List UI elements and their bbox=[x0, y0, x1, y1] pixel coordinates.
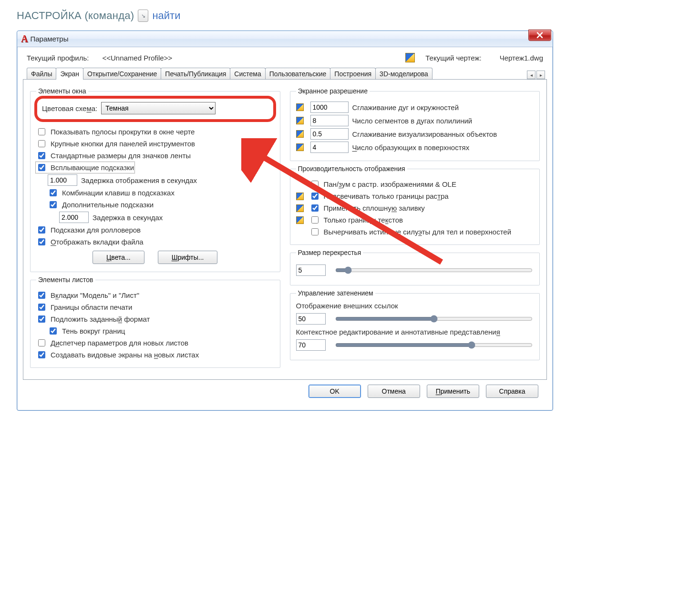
tab-pane-display: Элементы окна Цветовая схема: Темная Пок… bbox=[23, 80, 547, 380]
close-icon bbox=[536, 32, 543, 38]
chk-file-tabs[interactable] bbox=[38, 238, 45, 245]
chk-scrollbars[interactable] bbox=[38, 128, 45, 135]
rendered-smoothness-label: Сглаживание визуализированных объектов bbox=[352, 130, 534, 138]
ok-button[interactable]: OK bbox=[309, 385, 361, 398]
current-drawing-label: Текущий чертеж: bbox=[425, 54, 481, 62]
current-drawing-value: Чертеж1.dwg bbox=[500, 54, 543, 62]
titlebar[interactable]: A Параметры bbox=[17, 31, 553, 47]
chk-large-buttons[interactable] bbox=[38, 140, 45, 147]
arc-smoothness-label: Сглаживание дуг и окружностей bbox=[352, 103, 534, 112]
dwg-icon bbox=[296, 143, 304, 151]
polyline-segments-input[interactable] bbox=[310, 115, 349, 126]
dwg-icon bbox=[296, 103, 304, 111]
dwg-icon bbox=[296, 117, 304, 124]
tab-system[interactable]: Система bbox=[230, 68, 265, 79]
dialog-footer: OK Отмена Применить Справка bbox=[23, 380, 547, 405]
arc-smoothness-input[interactable] bbox=[310, 102, 349, 113]
group-window-elements-legend: Элементы окна bbox=[36, 87, 88, 95]
find-link[interactable]: найти bbox=[152, 10, 180, 22]
tabstrip: Файлы Экран Открытие/Сохранение Печать/П… bbox=[23, 66, 547, 80]
tab-drafting[interactable]: Построения bbox=[330, 68, 376, 79]
tab-scroll-left-icon[interactable]: ◂ bbox=[527, 71, 535, 79]
dwg-icon bbox=[405, 53, 415, 62]
group-display-resolution-legend: Экранное разрешение bbox=[296, 87, 370, 95]
chk-text-boundary[interactable] bbox=[311, 216, 319, 224]
options-dialog: A Параметры Текущий профиль: <<Unnamed P… bbox=[17, 30, 553, 411]
group-fade-legend: Управление затенением bbox=[296, 289, 375, 297]
inplace-fade-label: Контекстное редактирование и аннотативны… bbox=[296, 328, 534, 336]
fonts-button[interactable]: Шрифты... bbox=[158, 251, 218, 264]
help-button[interactable]: Справка bbox=[486, 385, 538, 398]
highlight-annotation: Цветовая схема: Темная bbox=[34, 96, 276, 122]
inplace-fade-input[interactable] bbox=[296, 339, 326, 351]
tab-scroll-right-icon[interactable]: ▸ bbox=[536, 71, 545, 79]
collapse-icon[interactable]: ↘ bbox=[138, 10, 148, 22]
chk-solid-fill[interactable] bbox=[311, 204, 319, 212]
page-title: НАСТРОЙКА (команда) bbox=[17, 10, 134, 22]
crosshair-size-input[interactable] bbox=[296, 264, 326, 276]
chk-panzoom-raster[interactable] bbox=[311, 181, 319, 188]
profile-row: Текущий профиль: <<Unnamed Profile>> Тек… bbox=[23, 51, 547, 66]
inplace-fade-slider[interactable] bbox=[335, 340, 533, 350]
close-button[interactable] bbox=[528, 30, 551, 41]
tab-user[interactable]: Пользовательские bbox=[265, 68, 331, 79]
chk-create-viewports[interactable] bbox=[38, 351, 45, 358]
chk-extended-tooltips[interactable] bbox=[50, 201, 57, 208]
chk-page-setup-mgr[interactable] bbox=[38, 339, 45, 346]
tooltip-delay-label: Задержка отображения в секундах bbox=[81, 176, 197, 184]
surface-contours-input[interactable] bbox=[310, 142, 349, 153]
chk-printable-area[interactable] bbox=[38, 304, 45, 311]
chk-paper-background[interactable] bbox=[38, 315, 45, 323]
group-layout-elements-legend: Элементы листов bbox=[36, 276, 95, 284]
tooltip-delay-input[interactable] bbox=[48, 174, 77, 186]
group-crosshair-legend: Размер перекрестья bbox=[296, 249, 363, 256]
current-profile-value: <<Unnamed Profile>> bbox=[102, 54, 172, 62]
dwg-icon bbox=[296, 130, 304, 138]
apply-button[interactable]: Применить bbox=[427, 385, 479, 398]
ext-tooltip-delay-input[interactable] bbox=[59, 212, 89, 223]
colors-button[interactable]: Цвета... bbox=[93, 251, 144, 264]
rendered-smoothness-input[interactable] bbox=[310, 128, 349, 140]
dwg-icon bbox=[296, 204, 304, 212]
color-scheme-select[interactable]: Темная bbox=[101, 102, 216, 114]
chk-tooltips[interactable] bbox=[38, 164, 45, 171]
chk-highlight-raster[interactable] bbox=[311, 193, 319, 200]
cancel-button[interactable]: Отмена bbox=[368, 385, 420, 398]
chk-shortcut-keys[interactable] bbox=[50, 189, 57, 196]
group-display-performance-legend: Производительность отображения bbox=[296, 165, 407, 173]
crosshair-size-slider[interactable] bbox=[335, 265, 533, 275]
chk-paper-shadow[interactable] bbox=[50, 327, 57, 335]
xref-fade-slider[interactable] bbox=[335, 314, 533, 324]
current-profile-label: Текущий профиль: bbox=[27, 54, 89, 62]
tab-display[interactable]: Экран bbox=[56, 68, 83, 80]
polyline-segments-label: Число сегментов в дугах полилиний bbox=[352, 117, 534, 125]
group-fade-control: Управление затенением Отображение внешни… bbox=[290, 289, 540, 360]
xref-fade-input[interactable] bbox=[296, 313, 326, 325]
chk-model-layout-tabs[interactable] bbox=[38, 292, 45, 299]
chk-rollover-tips[interactable] bbox=[38, 226, 45, 234]
group-display-performance: Производительность отображения Пан/зум с… bbox=[290, 165, 540, 245]
chk-ribbon-std[interactable] bbox=[38, 152, 45, 159]
ext-tooltip-delay-label: Задержка в секундах bbox=[93, 214, 163, 222]
group-window-elements: Элементы окна Цветовая схема: Темная Пок… bbox=[30, 87, 280, 272]
autocad-app-icon: A bbox=[21, 33, 28, 44]
surface-contours-label: Число образующих в поверхностях bbox=[352, 143, 534, 152]
group-crosshair-size: Размер перекрестья bbox=[290, 249, 540, 285]
chk-true-silhouettes[interactable] bbox=[311, 228, 319, 235]
xref-fade-label: Отображение внешних ссылок bbox=[296, 302, 534, 310]
group-layout-elements: Элементы листов Вкладки "Модель" и "Лист… bbox=[30, 276, 280, 368]
color-scheme-label: Цветовая схема: bbox=[42, 104, 97, 112]
tab-3d[interactable]: 3D-моделирова bbox=[375, 68, 432, 79]
group-display-resolution: Экранное разрешение Сглаживание дуг и ок… bbox=[290, 87, 540, 161]
dwg-icon bbox=[296, 216, 304, 224]
dwg-icon bbox=[296, 193, 304, 200]
dialog-title: Параметры bbox=[30, 35, 68, 43]
tab-plot[interactable]: Печать/Публикация bbox=[161, 68, 230, 79]
tab-open-save[interactable]: Открытие/Сохранение bbox=[83, 68, 161, 79]
tab-files[interactable]: Файлы bbox=[27, 68, 56, 79]
page-header: НАСТРОЙКА (команда) ↘ найти bbox=[17, 10, 683, 22]
